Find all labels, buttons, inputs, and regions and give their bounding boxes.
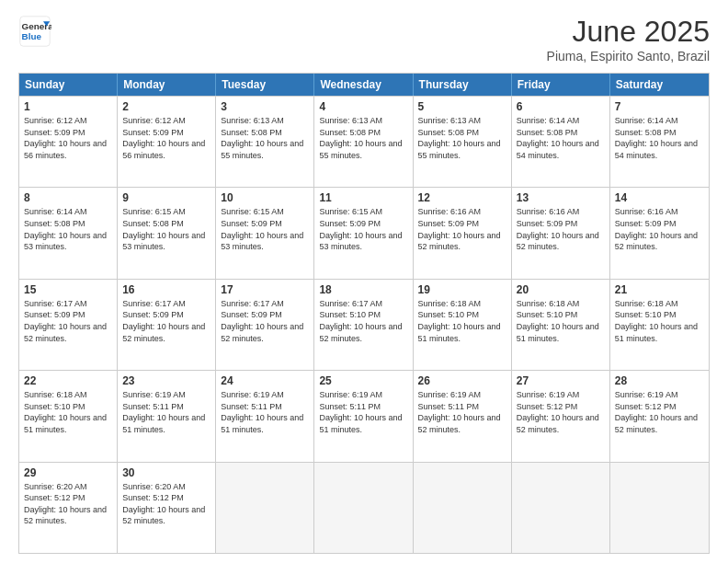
day-number: 5: [418, 100, 506, 113]
calendar-location: Piuma, Espirito Santo, Brazil: [547, 49, 710, 63]
day-cell-6: 6 Sunrise: 6:14 AM Sunset: 5:08 PM Dayli…: [512, 97, 610, 187]
day-cell-28: 28 Sunrise: 6:19 AM Sunset: 5:12 PM Dayl…: [610, 371, 709, 461]
empty-cell: [216, 463, 314, 553]
day-cell-30: 30 Sunrise: 6:20 AM Sunset: 5:12 PM Dayl…: [118, 463, 216, 553]
page: General Blue June 2025 Piuma, Espirito S…: [0, 0, 728, 563]
day-number: 16: [122, 283, 210, 296]
header-saturday: Saturday: [610, 74, 709, 96]
empty-cell: [512, 463, 610, 553]
day-cell-16: 16 Sunrise: 6:17 AM Sunset: 5:09 PM Dayl…: [118, 280, 216, 370]
day-cell-21: 21 Sunrise: 6:18 AM Sunset: 5:10 PM Dayl…: [610, 280, 709, 370]
day-info: Sunrise: 6:20 AM Sunset: 5:12 PM Dayligh…: [24, 481, 112, 527]
day-number: 17: [221, 283, 309, 296]
day-number: 26: [418, 374, 506, 387]
day-cell-20: 20 Sunrise: 6:18 AM Sunset: 5:10 PM Dayl…: [512, 280, 610, 370]
calendar-week-1: 1 Sunrise: 6:12 AM Sunset: 5:09 PM Dayli…: [19, 96, 709, 187]
day-info: Sunrise: 6:18 AM Sunset: 5:10 PM Dayligh…: [517, 298, 605, 344]
day-info: Sunrise: 6:15 AM Sunset: 5:08 PM Dayligh…: [122, 206, 210, 252]
header: General Blue June 2025 Piuma, Espirito S…: [18, 15, 710, 63]
empty-cell: [414, 463, 512, 553]
day-cell-4: 4 Sunrise: 6:13 AM Sunset: 5:08 PM Dayli…: [314, 97, 413, 187]
day-info: Sunrise: 6:17 AM Sunset: 5:09 PM Dayligh…: [24, 298, 112, 344]
day-number: 24: [221, 374, 309, 387]
svg-text:Blue: Blue: [22, 31, 42, 41]
header-friday: Friday: [512, 74, 610, 96]
day-number: 8: [24, 191, 112, 204]
day-info: Sunrise: 6:12 AM Sunset: 5:09 PM Dayligh…: [122, 115, 210, 161]
day-cell-11: 11 Sunrise: 6:15 AM Sunset: 5:09 PM Dayl…: [314, 188, 413, 278]
day-info: Sunrise: 6:14 AM Sunset: 5:08 PM Dayligh…: [615, 115, 704, 161]
empty-cell: [610, 463, 709, 553]
day-info: Sunrise: 6:13 AM Sunset: 5:08 PM Dayligh…: [221, 115, 309, 161]
header-sunday: Sunday: [19, 74, 118, 96]
day-cell-24: 24 Sunrise: 6:19 AM Sunset: 5:11 PM Dayl…: [216, 371, 314, 461]
calendar-title: June 2025: [547, 15, 710, 49]
day-info: Sunrise: 6:12 AM Sunset: 5:09 PM Dayligh…: [24, 115, 112, 161]
calendar-week-2: 8 Sunrise: 6:14 AM Sunset: 5:08 PM Dayli…: [19, 187, 709, 278]
day-info: Sunrise: 6:19 AM Sunset: 5:11 PM Dayligh…: [319, 389, 407, 435]
header-monday: Monday: [118, 74, 216, 96]
day-cell-13: 13 Sunrise: 6:16 AM Sunset: 5:09 PM Dayl…: [512, 188, 610, 278]
day-number: 9: [122, 191, 210, 204]
day-number: 12: [418, 191, 506, 204]
day-number: 10: [221, 191, 309, 204]
day-info: Sunrise: 6:14 AM Sunset: 5:08 PM Dayligh…: [24, 206, 112, 252]
day-number: 7: [615, 100, 704, 113]
day-cell-18: 18 Sunrise: 6:17 AM Sunset: 5:10 PM Dayl…: [314, 280, 413, 370]
day-info: Sunrise: 6:19 AM Sunset: 5:11 PM Dayligh…: [122, 389, 210, 435]
title-block: June 2025 Piuma, Espirito Santo, Brazil: [547, 15, 710, 63]
day-info: Sunrise: 6:17 AM Sunset: 5:09 PM Dayligh…: [122, 298, 210, 344]
day-cell-15: 15 Sunrise: 6:17 AM Sunset: 5:09 PM Dayl…: [19, 280, 118, 370]
day-cell-17: 17 Sunrise: 6:17 AM Sunset: 5:09 PM Dayl…: [216, 280, 314, 370]
day-number: 20: [517, 283, 605, 296]
day-number: 15: [24, 283, 112, 296]
day-info: Sunrise: 6:15 AM Sunset: 5:09 PM Dayligh…: [221, 206, 309, 252]
day-cell-3: 3 Sunrise: 6:13 AM Sunset: 5:08 PM Dayli…: [216, 97, 314, 187]
day-cell-2: 2 Sunrise: 6:12 AM Sunset: 5:09 PM Dayli…: [118, 97, 216, 187]
day-cell-27: 27 Sunrise: 6:19 AM Sunset: 5:12 PM Dayl…: [512, 371, 610, 461]
day-info: Sunrise: 6:18 AM Sunset: 5:10 PM Dayligh…: [615, 298, 704, 344]
day-cell-25: 25 Sunrise: 6:19 AM Sunset: 5:11 PM Dayl…: [314, 371, 413, 461]
header-thursday: Thursday: [414, 74, 512, 96]
day-info: Sunrise: 6:16 AM Sunset: 5:09 PM Dayligh…: [418, 206, 506, 252]
day-number: 3: [221, 100, 309, 113]
day-info: Sunrise: 6:15 AM Sunset: 5:09 PM Dayligh…: [319, 206, 407, 252]
day-number: 11: [319, 191, 407, 204]
day-cell-29: 29 Sunrise: 6:20 AM Sunset: 5:12 PM Dayl…: [19, 463, 118, 553]
day-info: Sunrise: 6:17 AM Sunset: 5:10 PM Dayligh…: [319, 298, 407, 344]
day-number: 13: [517, 191, 605, 204]
day-cell-1: 1 Sunrise: 6:12 AM Sunset: 5:09 PM Dayli…: [19, 97, 118, 187]
calendar-week-4: 22 Sunrise: 6:18 AM Sunset: 5:10 PM Dayl…: [19, 370, 709, 461]
day-info: Sunrise: 6:18 AM Sunset: 5:10 PM Dayligh…: [24, 389, 112, 435]
day-info: Sunrise: 6:19 AM Sunset: 5:11 PM Dayligh…: [221, 389, 309, 435]
day-info: Sunrise: 6:16 AM Sunset: 5:09 PM Dayligh…: [517, 206, 605, 252]
day-info: Sunrise: 6:19 AM Sunset: 5:12 PM Dayligh…: [615, 389, 704, 435]
day-cell-19: 19 Sunrise: 6:18 AM Sunset: 5:10 PM Dayl…: [414, 280, 512, 370]
day-cell-12: 12 Sunrise: 6:16 AM Sunset: 5:09 PM Dayl…: [414, 188, 512, 278]
day-number: 18: [319, 283, 407, 296]
day-cell-8: 8 Sunrise: 6:14 AM Sunset: 5:08 PM Dayli…: [19, 188, 118, 278]
day-cell-23: 23 Sunrise: 6:19 AM Sunset: 5:11 PM Dayl…: [118, 371, 216, 461]
day-number: 6: [517, 100, 605, 113]
logo-icon: General Blue: [18, 15, 51, 48]
day-number: 29: [24, 466, 112, 479]
day-info: Sunrise: 6:19 AM Sunset: 5:11 PM Dayligh…: [418, 389, 506, 435]
calendar-header: Sunday Monday Tuesday Wednesday Thursday…: [19, 74, 709, 96]
day-number: 1: [24, 100, 112, 113]
calendar-week-3: 15 Sunrise: 6:17 AM Sunset: 5:09 PM Dayl…: [19, 279, 709, 370]
day-number: 14: [615, 191, 704, 204]
calendar: Sunday Monday Tuesday Wednesday Thursday…: [18, 73, 710, 554]
day-info: Sunrise: 6:20 AM Sunset: 5:12 PM Dayligh…: [122, 481, 210, 527]
day-info: Sunrise: 6:18 AM Sunset: 5:10 PM Dayligh…: [418, 298, 506, 344]
day-number: 21: [615, 283, 704, 296]
header-wednesday: Wednesday: [314, 74, 413, 96]
empty-cell: [314, 463, 413, 553]
day-number: 28: [615, 374, 704, 387]
day-info: Sunrise: 6:14 AM Sunset: 5:08 PM Dayligh…: [517, 115, 605, 161]
day-number: 25: [319, 374, 407, 387]
calendar-body: 1 Sunrise: 6:12 AM Sunset: 5:09 PM Dayli…: [19, 96, 709, 553]
day-number: 2: [122, 100, 210, 113]
day-cell-22: 22 Sunrise: 6:18 AM Sunset: 5:10 PM Dayl…: [19, 371, 118, 461]
day-number: 27: [517, 374, 605, 387]
day-cell-26: 26 Sunrise: 6:19 AM Sunset: 5:11 PM Dayl…: [414, 371, 512, 461]
